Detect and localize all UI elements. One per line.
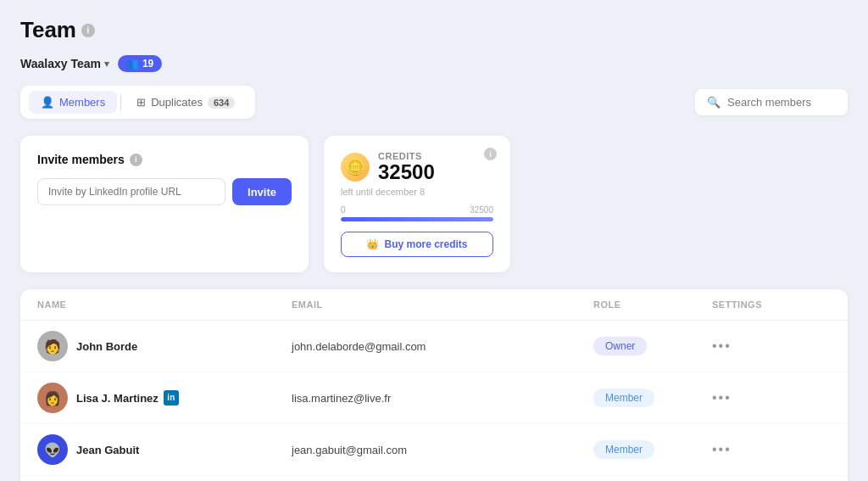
table-header: NAME EMAIL ROLE SETTINGS: [20, 289, 848, 321]
role-badge: Member: [593, 440, 654, 459]
table-row: 👩 Lisa J. Martinez in lisa.martinez@live…: [20, 372, 848, 424]
col-role-header: ROLE: [593, 299, 712, 310]
credits-bar-max: 32500: [470, 205, 493, 215]
linkedin-url-input[interactable]: [37, 178, 225, 205]
member-email: lisa.martinez@live.fr: [292, 392, 593, 405]
tab-members-label: Members: [59, 96, 105, 109]
member-name-cell: 🧑 John Borde: [37, 331, 292, 361]
avatar: 👩: [37, 383, 68, 413]
duplicates-tab-icon: ⊞: [136, 96, 146, 109]
credits-emoji-icon: 🪙: [341, 153, 370, 182]
search-box: 🔍: [695, 89, 848, 115]
search-icon: 🔍: [707, 96, 721, 109]
role-cell: Member: [593, 389, 712, 407]
credits-card: i 🪙 CREDITS 32500 left until december 8 …: [324, 136, 510, 272]
credits-info-icon[interactable]: i: [484, 148, 497, 160]
search-input[interactable]: [727, 96, 836, 109]
credits-label-group: CREDITS 32500: [378, 151, 493, 183]
table-row: 🧑 John Borde john.delaborde@gmail.com Ow…: [20, 321, 848, 372]
duplicates-count-badge: 634: [208, 97, 235, 109]
credits-progress-bar: [341, 217, 493, 221]
col-scrollbar-space: [814, 299, 831, 310]
member-name: Jean Gabuit: [76, 444, 139, 456]
member-email: jean.gabuit@gmail.com: [292, 444, 593, 456]
team-name-button[interactable]: Waalaxy Team ▾: [20, 57, 109, 70]
member-name-cell: 👩 Lisa J. Martinez in: [37, 383, 292, 413]
col-name-header: NAME: [37, 299, 292, 310]
table-row: 👽 Jean Gabuit jean.gabuit@gmail.com Memb…: [20, 424, 848, 476]
member-name-cell: 👽 Jean Gabuit: [37, 434, 292, 465]
buy-credits-label: Buy more credits: [384, 238, 467, 250]
settings-menu-button[interactable]: •••: [712, 442, 814, 457]
credits-bar-min: 0: [341, 205, 346, 215]
tab-duplicates-label: Duplicates: [151, 96, 203, 109]
member-name: Lisa J. Martinez in: [76, 390, 179, 405]
member-name: John Borde: [76, 340, 137, 353]
members-tab-icon: 👤: [41, 96, 54, 109]
linkedin-icon: in: [164, 390, 179, 405]
chevron-down-icon: ▾: [104, 59, 109, 70]
credits-amount: 32500: [378, 161, 493, 183]
invite-card-title: Invite members i: [37, 153, 292, 166]
role-badge: Member: [593, 389, 654, 407]
credits-header: 🪙 CREDITS 32500: [341, 151, 493, 183]
role-cell: Owner: [593, 337, 712, 355]
tab-duplicates[interactable]: ⊞ Duplicates 634: [125, 91, 247, 114]
top-cards-row: Invite members i Invite i 🪙 CREDITS 3250…: [20, 136, 848, 272]
role-cell: Member: [593, 440, 712, 459]
page-container: Team i Waalaxy Team ▾ 👥 19 👤 Members ⊞ D…: [0, 0, 868, 481]
role-badge: Owner: [593, 337, 647, 355]
tab-divider: [120, 94, 121, 111]
members-icon: 👥: [126, 58, 139, 70]
tab-members[interactable]: 👤 Members: [29, 91, 117, 114]
table-row-wrapper: 🧑 John Borde john.delaborde@gmail.com Ow…: [20, 321, 848, 481]
col-settings-header: SETTINGS: [712, 299, 814, 310]
credits-progress-row: 0 32500: [341, 205, 493, 215]
credits-icon: 🪙: [346, 158, 364, 176]
members-count-badge: 👥 19: [118, 55, 162, 72]
settings-menu-button[interactable]: •••: [712, 390, 814, 405]
page-title: Team i: [20, 17, 848, 43]
invite-info-icon[interactable]: i: [130, 154, 142, 166]
col-email-header: EMAIL: [292, 299, 593, 310]
credits-subtitle: left until december 8: [341, 187, 493, 197]
credits-bar-fill: [341, 217, 493, 221]
buy-credits-button[interactable]: 👑 Buy more credits: [341, 232, 493, 257]
tabs-container: 👤 Members ⊞ Duplicates 634: [20, 86, 255, 119]
tabs-bar: 👤 Members ⊞ Duplicates 634 🔍: [20, 86, 848, 119]
team-name-label: Waalaxy Team: [20, 57, 101, 70]
settings-menu-button[interactable]: •••: [712, 338, 814, 354]
invite-card-title-text: Invite members: [37, 153, 125, 166]
title-info-icon[interactable]: i: [81, 24, 95, 37]
member-email: john.delaborde@gmail.com: [292, 340, 593, 353]
invite-card: Invite members i Invite: [20, 136, 309, 272]
team-selector-row: Waalaxy Team ▾ 👥 19: [20, 55, 848, 72]
crown-icon: 👑: [366, 238, 379, 250]
members-count: 19: [142, 58, 153, 70]
table-row: 👽 Nicolas Machiavel nicolasmacchiavel6@g…: [20, 476, 848, 481]
members-table: NAME EMAIL ROLE SETTINGS 🧑 John Borde jo…: [20, 289, 848, 481]
title-text: Team: [20, 17, 76, 43]
avatar: 👽: [37, 434, 68, 465]
invite-input-row: Invite: [37, 178, 292, 205]
invite-button[interactable]: Invite: [232, 178, 292, 205]
avatar: 🧑: [37, 331, 68, 361]
